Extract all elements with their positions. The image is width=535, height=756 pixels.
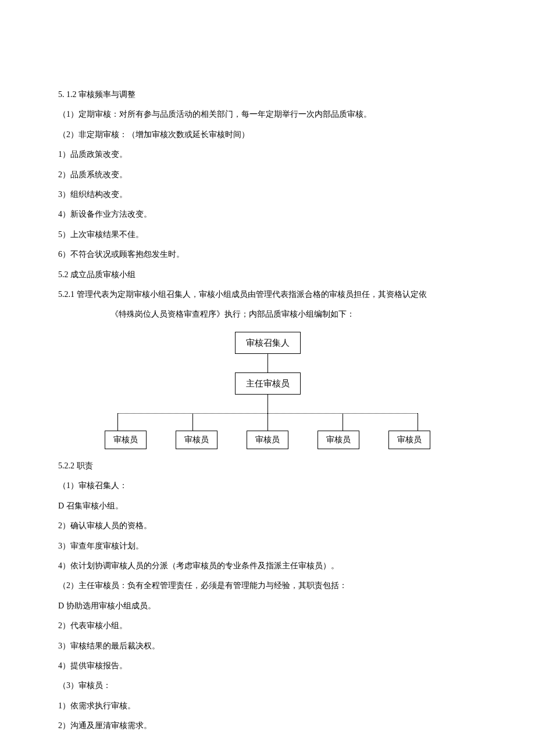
subitem: 3）组织结构改变。 [58, 188, 477, 201]
org-leaf-row: 审核员 审核员 审核员 审核员 审核员 [105, 431, 430, 449]
role-auditor: （3）审核员： [58, 679, 477, 692]
org-node-auditor: 审核员 [176, 431, 217, 449]
org-node-auditor: 审核员 [105, 431, 147, 449]
item-number: （1） [58, 110, 79, 119]
subitem: 2）沟通及厘清审核需求。 [58, 719, 477, 732]
org-node-auditor: 审核员 [247, 431, 288, 449]
role-lead-auditor: （2）主任审核员：负有全程管理责任，必须是有管理能力与经验，其职责包括： [58, 579, 477, 592]
item-label: 审核员： [79, 681, 111, 690]
heading-number: 5. 1.2 [58, 90, 77, 99]
heading-text: 职责 [77, 461, 93, 470]
subitem: 4）依计划协调审核人员的分派（考虑审核员的专业条件及指派主任审核员）。 [58, 560, 477, 572]
section-5-1-2-heading: 5. 1.2 审核频率与调整 [58, 88, 477, 101]
subitem: 4）新设备作业方法改变。 [58, 208, 477, 221]
org-node-lead: 主任审核员 [235, 372, 301, 395]
heading-number: 5.2.1 [58, 290, 74, 299]
org-node-auditor: 审核员 [318, 431, 359, 449]
subitem: D 召集审核小组。 [58, 500, 477, 513]
item-label: 定期审核： [79, 110, 119, 119]
item-label: 非定期审核： [79, 130, 127, 139]
paragraph-cont: 《特殊岗位人员资格审查程序》执行；内部品质审核小组编制如下： [110, 308, 477, 321]
role-convener: （1）审核召集人： [58, 479, 477, 492]
item-number: （2） [58, 130, 79, 139]
section-5-2-2-heading: 5.2.2 职责 [58, 460, 477, 472]
item-text: 对所有参与品质活动的相关部门，每一年定期举行一次内部品质审核。 [119, 110, 372, 119]
heading-number: 5.2.2 [58, 461, 74, 470]
subitem: 3）审核结果的最后裁决权。 [58, 640, 477, 653]
heading-number: 5.2 [58, 270, 69, 279]
subitem: 1）品质政策改变。 [58, 148, 477, 161]
item-number: （3） [58, 681, 79, 690]
item-text: 负有全程管理责任，必须是有管理能力与经验，其职责包括： [127, 581, 347, 590]
section-5-2-heading: 5.2 成立品质审核小组 [58, 268, 477, 281]
item-label: 主任审核员： [79, 581, 127, 590]
paragraph-text: 管理代表为定期审核小组召集人，审核小组成员由管理代表指派合格的审核员担任，其资格… [77, 290, 427, 299]
heading-text: 成立品质审核小组 [70, 270, 135, 279]
section-5-2-1: 5.2.1 管理代表为定期审核小组召集人，审核小组成员由管理代表指派合格的审核员… [58, 288, 477, 301]
subitem: 2）确认审核人员的资格。 [58, 519, 477, 532]
item-nonperiodic-audit: （2）非定期审核：（增加审核次数或延长审核时间） [58, 128, 477, 141]
connector-line [268, 354, 268, 372]
item-number: （1） [58, 481, 79, 490]
org-node-root: 审核召集人 [235, 332, 301, 354]
item-periodic-audit: （1）定期审核：对所有参与品质活动的相关部门，每一年定期举行一次内部品质审核。 [58, 108, 477, 121]
item-number: （2） [58, 581, 79, 590]
subitem: 2）品质系统改变。 [58, 169, 477, 181]
subitem: 6）不符合状况或顾客抱怨发生时。 [58, 248, 477, 261]
org-chart: 审核召集人 主任审核员 审核员 审核员 审核员 审核员 审核员 [105, 332, 430, 449]
subitem: 5）上次审核结果不佳。 [58, 228, 477, 241]
item-text: （增加审核次数或延长审核时间） [127, 130, 249, 139]
subitem: 1）依需求执行审核。 [58, 700, 477, 712]
document-page: 5. 1.2 审核频率与调整 （1）定期审核：对所有参与品质活动的相关部门，每一… [0, 0, 535, 756]
heading-text: 审核频率与调整 [79, 90, 135, 99]
connector-line [268, 395, 268, 413]
subitem: D 协助选用审核小组成员。 [58, 600, 477, 612]
subitem: 2）代表审核小组。 [58, 619, 477, 632]
subitem: 4）提供审核报告。 [58, 660, 477, 672]
connector-bar [105, 413, 430, 431]
subitem: 3）审查年度审核计划。 [58, 540, 477, 553]
org-node-auditor: 审核员 [388, 431, 430, 449]
item-label: 审核召集人： [79, 481, 127, 490]
